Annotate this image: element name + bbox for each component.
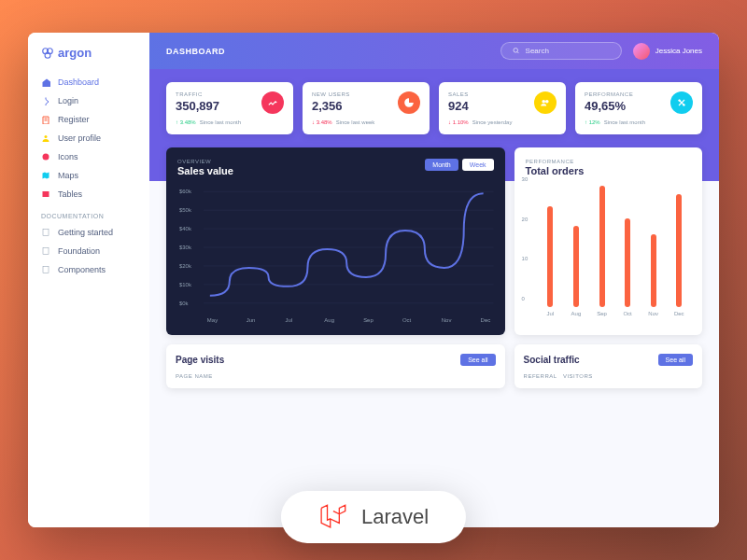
stat-value: 49,65% xyxy=(585,99,633,113)
nav-label: Dashboard xyxy=(58,77,99,87)
tab-week[interactable]: Week xyxy=(462,159,494,171)
nav-label: Maps xyxy=(58,171,78,180)
logo-icon xyxy=(41,47,54,60)
doc-label: Components xyxy=(58,265,106,274)
stat-since: Since last month xyxy=(200,119,241,125)
bar xyxy=(625,218,630,307)
sidebar-item-dashboard[interactable]: Dashboard xyxy=(28,73,149,91)
page-visits-col: PAGE NAME xyxy=(176,373,496,379)
search-box[interactable] xyxy=(500,42,622,60)
social-see-all[interactable]: See all xyxy=(658,354,693,366)
sidebar-item-icons[interactable]: Icons xyxy=(28,147,149,166)
register-icon xyxy=(41,115,50,124)
brand-logo[interactable]: argon xyxy=(28,46,149,73)
doc-icon xyxy=(41,265,50,274)
stat-icon xyxy=(261,91,284,114)
sidebar: argon DashboardLoginRegisterUser profile… xyxy=(28,33,149,527)
stat-delta: ↑ 3.48% xyxy=(176,119,196,125)
social-traffic-card: Social traffic See all REFERRAL VISITORS xyxy=(514,344,702,388)
map-icon xyxy=(41,171,50,180)
tab-month[interactable]: Month xyxy=(425,159,458,171)
bar-col: Aug xyxy=(568,226,585,316)
stat-label: PERFORMANCE xyxy=(585,91,633,97)
doc-item-foundation[interactable]: Foundation xyxy=(28,242,149,260)
stat-since: Since yesterday xyxy=(472,119,513,125)
stat-card-new-users: NEW USERS2,356↓ 3.48%Since last week xyxy=(303,82,430,134)
svg-line-10 xyxy=(517,51,519,53)
doc-section-title: DOCUMENTATION xyxy=(28,203,149,223)
svg-point-12 xyxy=(545,100,549,104)
sidebar-item-tables[interactable]: Tables xyxy=(28,185,149,203)
page-visits-see-all[interactable]: See all xyxy=(460,354,495,366)
bar-label: Dec xyxy=(674,311,684,316)
svg-point-4 xyxy=(43,154,49,161)
bar-col: Nov xyxy=(645,234,662,316)
sales-chart-card: OVERVIEW Sales value Month Week $60k$50k… xyxy=(166,147,505,335)
svg-rect-6 xyxy=(43,230,49,236)
nav-label: User profile xyxy=(58,133,101,143)
svg-text:$20k: $20k xyxy=(179,263,191,269)
doc-label: Getting started xyxy=(58,228,113,237)
sidebar-item-maps[interactable]: Maps xyxy=(28,166,149,185)
stat-value: 2,356 xyxy=(312,99,350,113)
svg-point-3 xyxy=(45,135,48,138)
orders-chart-sub: PERFORMANCE xyxy=(526,159,691,164)
main: DASHBOARD Jessica Jones TRAFFIC350,897↑ … xyxy=(149,33,719,527)
svg-text:Aug: Aug xyxy=(324,317,334,323)
svg-text:$40k: $40k xyxy=(179,226,191,231)
bar xyxy=(676,194,682,307)
stat-card-performance: PERFORMANCE49,65%↑ 12%Since last month xyxy=(575,82,702,134)
icons-icon xyxy=(41,152,50,161)
header: DASHBOARD Jessica Jones xyxy=(149,33,719,69)
doc-item-components[interactable]: Components xyxy=(28,260,149,279)
bar xyxy=(599,186,605,307)
svg-text:$0k: $0k xyxy=(179,301,189,306)
content: TRAFFIC350,897↑ 3.48%Since last monthNEW… xyxy=(149,69,719,527)
svg-text:May: May xyxy=(207,317,218,323)
table-icon xyxy=(41,189,50,199)
svg-text:$30k: $30k xyxy=(179,245,191,250)
stat-label: NEW USERS xyxy=(312,91,350,97)
sidebar-item-user-profile[interactable]: User profile xyxy=(28,129,149,147)
stat-value: 924 xyxy=(448,99,469,113)
nav-label: Icons xyxy=(58,152,78,161)
stat-since: Since last month xyxy=(604,119,645,125)
bar xyxy=(573,226,579,307)
svg-text:$10k: $10k xyxy=(179,282,191,287)
social-title: Social traffic xyxy=(524,355,580,365)
brand-name: argon xyxy=(58,46,92,60)
login-icon xyxy=(41,96,50,105)
stat-value: 350,897 xyxy=(176,99,219,113)
user-menu[interactable]: Jessica Jones xyxy=(633,43,702,60)
badge-text: Laravel xyxy=(361,505,429,529)
laravel-icon xyxy=(318,502,348,532)
stat-delta: ↓ 1.10% xyxy=(448,119,469,125)
stat-card-sales: SALES924↓ 1.10%Since yesterday xyxy=(439,82,566,134)
stat-since: Since last week xyxy=(336,119,375,125)
search-input[interactable] xyxy=(526,47,610,55)
page-visits-card: Page visits See all PAGE NAME xyxy=(166,344,505,388)
avatar xyxy=(633,43,650,60)
doc-item-getting-started[interactable]: Getting started xyxy=(28,223,149,242)
social-cols: REFERRAL VISITORS xyxy=(524,373,693,379)
stat-cards: TRAFFIC350,897↑ 3.48%Since last monthNEW… xyxy=(166,82,702,134)
svg-point-9 xyxy=(514,49,518,53)
bar-label: Jul xyxy=(547,311,555,316)
bar-label: Nov xyxy=(648,311,658,316)
bar-label: Sep xyxy=(597,311,607,316)
svg-text:Nov: Nov xyxy=(442,317,452,323)
svg-text:Jul: Jul xyxy=(286,317,293,323)
svg-text:Jun: Jun xyxy=(247,317,256,323)
nav-label: Login xyxy=(58,96,78,105)
stat-icon xyxy=(398,91,420,114)
orders-chart-title: Total orders xyxy=(526,165,691,176)
sidebar-item-login[interactable]: Login xyxy=(28,91,149,110)
svg-text:Sep: Sep xyxy=(363,317,374,323)
svg-point-2 xyxy=(45,52,50,58)
bar-col: Dec xyxy=(670,194,687,316)
bar-label: Oct xyxy=(623,311,631,316)
home-icon xyxy=(41,77,50,87)
sidebar-item-register[interactable]: Register xyxy=(28,110,149,129)
svg-rect-8 xyxy=(43,267,49,273)
svg-text:Dec: Dec xyxy=(481,317,491,323)
